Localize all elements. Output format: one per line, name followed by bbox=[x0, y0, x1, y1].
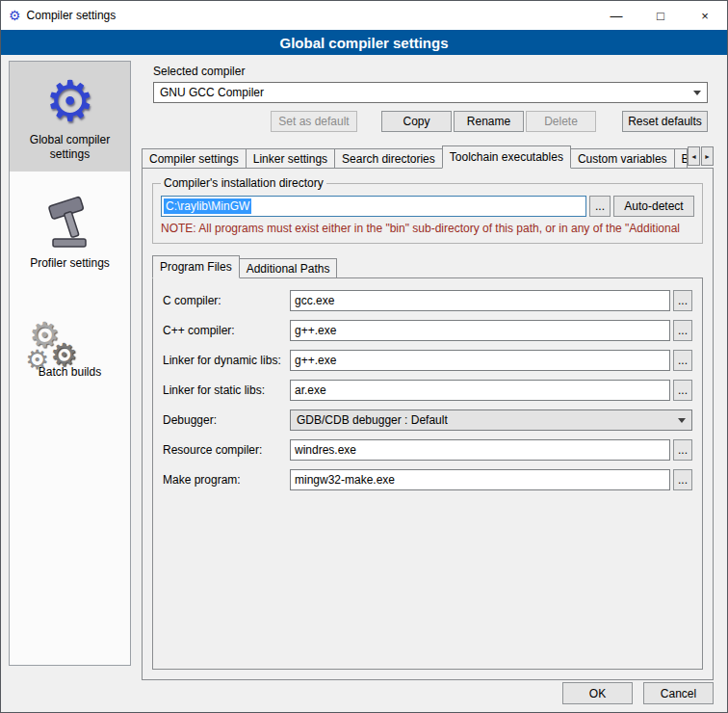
tab-scroll-right-button[interactable]: ► bbox=[701, 146, 714, 166]
minimize-icon: — bbox=[611, 9, 623, 23]
field-label: Debugger: bbox=[163, 413, 290, 427]
sidebar-item-batch-builds[interactable]: ⚙ ⚙ ⚙ Batch builds bbox=[10, 294, 130, 389]
dialog-footer: OK Cancel bbox=[562, 682, 714, 704]
toolchain-panel: Compiler's installation directory C:\ray… bbox=[142, 168, 714, 680]
tab-search-directories[interactable]: Search directories bbox=[334, 148, 443, 168]
form-row-make-program: Make program: ... bbox=[163, 469, 692, 490]
sidebar-item-profiler-settings[interactable]: Profiler settings bbox=[10, 185, 130, 280]
c-compiler-input[interactable] bbox=[290, 290, 670, 311]
cpp-compiler-browse-button[interactable]: ... bbox=[673, 320, 692, 341]
window-title: Compiler settings bbox=[27, 9, 117, 22]
tab-additional-paths[interactable]: Additional Paths bbox=[239, 258, 338, 277]
compiler-select-value: GNU GCC Compiler bbox=[160, 86, 688, 99]
tab-scroll-buttons: ◄ ► bbox=[687, 146, 714, 166]
form-row-cpp-compiler: C++ compiler: ... bbox=[163, 320, 692, 341]
reset-defaults-button[interactable]: Reset defaults bbox=[622, 111, 708, 132]
tab-build-options[interactable]: Build options bbox=[674, 148, 688, 168]
linker-static-input[interactable] bbox=[290, 380, 670, 401]
install-dir-value: C:\raylib\MinGW bbox=[164, 198, 251, 214]
chevron-down-icon bbox=[693, 91, 701, 95]
gears-icon: ⚙ ⚙ ⚙ bbox=[12, 302, 128, 365]
make-program-browse-button[interactable]: ... bbox=[673, 469, 692, 490]
tab-linker-settings[interactable]: Linker settings bbox=[246, 148, 335, 168]
install-dir-browse-button[interactable]: ... bbox=[589, 196, 611, 217]
copy-button[interactable]: Copy bbox=[381, 111, 452, 132]
app-gear-icon: ⚙ bbox=[9, 9, 21, 22]
tab-program-files[interactable]: Program Files bbox=[152, 255, 240, 278]
resource-compiler-input[interactable] bbox=[290, 439, 670, 461]
field-label: Resource compiler: bbox=[163, 443, 290, 457]
arrow-right-icon: ► bbox=[704, 153, 711, 160]
field-label: Linker for dynamic libs: bbox=[163, 354, 290, 367]
gear-icon: ⚙ bbox=[12, 69, 128, 133]
chevron-down-icon bbox=[678, 418, 686, 423]
install-dir-input[interactable]: C:\raylib\MinGW bbox=[161, 196, 586, 217]
autodetect-button[interactable]: Auto-detect bbox=[613, 196, 694, 217]
linker-static-browse-button[interactable]: ... bbox=[673, 380, 692, 401]
install-dir-group: Compiler's installation directory C:\ray… bbox=[152, 176, 703, 244]
form-row-debugger: Debugger: GDB/CDB debugger : Default bbox=[163, 409, 692, 431]
close-icon: × bbox=[701, 9, 709, 23]
linker-dynamic-input[interactable] bbox=[290, 350, 670, 371]
install-dir-note: NOTE: All programs must exist either in … bbox=[161, 222, 694, 235]
form-row-c-compiler: C compiler: ... bbox=[163, 290, 692, 311]
maximize-button[interactable]: □ bbox=[638, 1, 683, 30]
settings-tabstrip: Compiler settings Linker settings Search… bbox=[142, 145, 714, 168]
form-row-resource-compiler: Resource compiler: ... bbox=[163, 439, 692, 461]
window-controls: — □ × bbox=[594, 1, 727, 30]
debugger-select-value: GDB/CDB debugger : Default bbox=[297, 413, 672, 427]
program-files-panel: C compiler: ... C++ compiler: ... Linker… bbox=[152, 277, 703, 670]
sidebar: ⚙ Global compiler settings Profiler sett… bbox=[9, 61, 131, 666]
compiler-settings-window: ⚙ Compiler settings — □ × Global compile… bbox=[0, 0, 728, 713]
compiler-actions: Set as default Copy Rename Delete Reset … bbox=[153, 111, 708, 132]
hammer-icon bbox=[12, 193, 128, 256]
field-label: C++ compiler: bbox=[163, 324, 290, 337]
set-as-default-button: Set as default bbox=[271, 111, 357, 132]
rename-button[interactable]: Rename bbox=[454, 111, 524, 132]
selected-compiler-label: Selected compiler bbox=[153, 65, 702, 78]
install-dir-group-label: Compiler's installation directory bbox=[161, 176, 326, 190]
tab-custom-variables[interactable]: Custom variables bbox=[570, 148, 675, 168]
sidebar-item-global-compiler-settings[interactable]: ⚙ Global compiler settings bbox=[10, 62, 130, 172]
cpp-compiler-input[interactable] bbox=[290, 320, 670, 341]
program-tabstrip: Program Files Additional Paths bbox=[152, 255, 703, 277]
main-panel: Selected compiler GNU GCC Compiler Set a… bbox=[142, 59, 714, 680]
form-row-linker-dynamic: Linker for dynamic libs: ... bbox=[163, 350, 692, 371]
minimize-button[interactable]: — bbox=[594, 1, 638, 30]
titlebar: ⚙ Compiler settings — □ × bbox=[1, 1, 727, 30]
arrow-left-icon: ◄ bbox=[690, 153, 697, 160]
ok-button[interactable]: OK bbox=[562, 682, 633, 704]
sidebar-item-label: Profiler settings bbox=[12, 256, 128, 271]
maximize-icon: □ bbox=[657, 9, 664, 23]
delete-button: Delete bbox=[526, 111, 596, 132]
make-program-input[interactable] bbox=[290, 469, 670, 490]
tab-scroll-left-button[interactable]: ◄ bbox=[688, 146, 700, 166]
c-compiler-browse-button[interactable]: ... bbox=[673, 290, 692, 311]
debugger-select[interactable]: GDB/CDB debugger : Default bbox=[290, 409, 692, 431]
sidebar-item-label: Global compiler settings bbox=[12, 133, 128, 162]
linker-dynamic-browse-button[interactable]: ... bbox=[673, 350, 692, 371]
field-label: Make program: bbox=[163, 473, 290, 487]
field-label: Linker for static libs: bbox=[163, 383, 290, 397]
resource-compiler-browse-button[interactable]: ... bbox=[673, 439, 692, 461]
tab-toolchain-executables[interactable]: Toolchain executables bbox=[442, 145, 571, 169]
cancel-button[interactable]: Cancel bbox=[643, 682, 714, 704]
page-title: Global compiler settings bbox=[1, 30, 727, 55]
form-row-linker-static: Linker for static libs: ... bbox=[163, 380, 692, 401]
field-label: C compiler: bbox=[163, 294, 290, 307]
install-dir-row: C:\raylib\MinGW ... Auto-detect bbox=[161, 196, 694, 217]
compiler-select[interactable]: GNU GCC Compiler bbox=[153, 82, 708, 103]
close-button[interactable]: × bbox=[683, 1, 727, 30]
tab-compiler-settings[interactable]: Compiler settings bbox=[142, 148, 247, 168]
